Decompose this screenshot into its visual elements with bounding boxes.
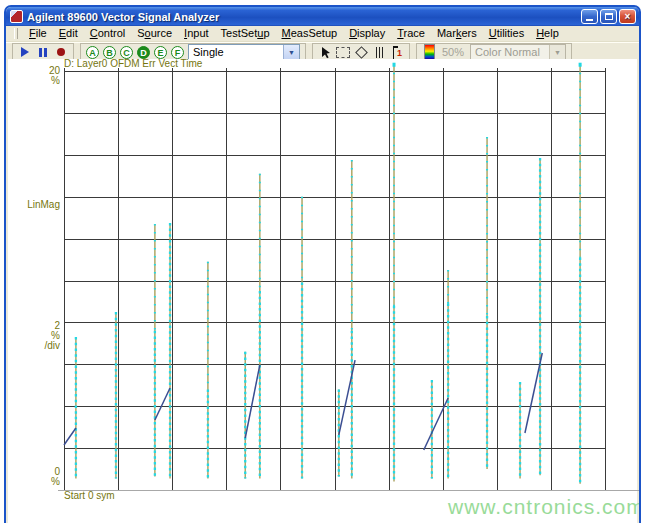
trace-title: D: Layer0 OFDM Err Vect Time — [64, 59, 202, 69]
y-per-div-suffix: /div — [22, 341, 60, 351]
screenshot-root: { "window": { "title": "Agilent 89600 Ve… — [0, 0, 646, 523]
y-axis-bottom-unit: % — [22, 477, 60, 487]
evm-time-plot[interactable] — [4, 5, 641, 523]
y-axis-scale-label: LinMag — [16, 200, 60, 210]
app-window: Agilent 89600 Vector Signal Analyzer × F… — [4, 5, 641, 523]
y-axis-top-unit: % — [22, 76, 60, 86]
watermark: www.cntronics.com — [448, 495, 641, 519]
x-axis-start-label: Start 0 sym — [64, 491, 115, 501]
chart-area: D: Layer0 OFDM Err Vect Time 20 % LinMag… — [8, 59, 637, 523]
